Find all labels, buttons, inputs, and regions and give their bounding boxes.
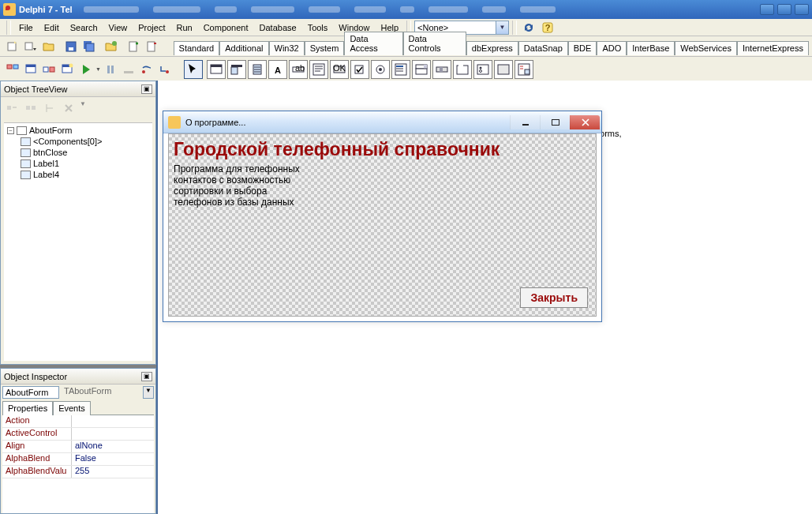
prop-val[interactable]: False (72, 453, 154, 465)
add-file-icon[interactable] (125, 38, 142, 55)
memo-icon[interactable] (309, 60, 328, 79)
tree-child-node[interactable]: btnClose (4, 147, 152, 158)
menu-database[interactable]: Database (255, 21, 301, 34)
trace-step-icon[interactable] (156, 61, 174, 78)
tab-properties[interactable]: Properties (2, 401, 53, 415)
collapse-icon[interactable]: − (7, 127, 14, 134)
menu-tools[interactable]: Tools (303, 21, 333, 34)
tree-root-label: AboutForm (29, 126, 72, 135)
menu-view[interactable]: View (104, 21, 133, 34)
menu-edit[interactable]: Edit (39, 21, 64, 34)
radiobutton-icon[interactable] (371, 60, 390, 79)
popupmenu-icon[interactable] (248, 60, 267, 79)
tree-tool-3-icon[interactable] (42, 100, 58, 116)
tab-standard[interactable]: Standard (174, 41, 220, 55)
help-icon[interactable]: ? (539, 19, 556, 36)
label-icon[interactable]: A (268, 60, 287, 79)
mainmenu-icon[interactable] (227, 60, 246, 79)
listbox-icon[interactable] (391, 60, 410, 79)
dialog-close-action-button[interactable]: Закрыть (520, 287, 588, 308)
dialog-minimize-button[interactable] (510, 115, 540, 129)
inspector-row[interactable]: Action (2, 415, 154, 428)
new-item-dropdown-icon[interactable] (22, 38, 39, 55)
tab-system[interactable]: System (305, 41, 345, 55)
step-over-icon[interactable] (120, 61, 137, 78)
tree-child-node[interactable]: Label4 (4, 169, 152, 180)
close-button[interactable] (795, 4, 809, 15)
tree-tool-2-icon[interactable] (23, 100, 39, 116)
tab-dataaccess[interactable]: Data Access (344, 32, 402, 55)
toggle-form-unit-icon[interactable] (40, 61, 58, 78)
menu-project[interactable]: Project (133, 21, 170, 34)
tree-tool-1-icon[interactable] (4, 100, 20, 116)
tab-additional[interactable]: Additional (219, 41, 268, 55)
save-icon[interactable] (62, 38, 80, 55)
tab-bde[interactable]: BDE (568, 41, 597, 55)
inspector-row[interactable]: AlphaBlendValu255 (2, 466, 154, 478)
tree-delete-icon[interactable] (61, 100, 77, 116)
edit-icon[interactable]: ab| (289, 60, 308, 79)
remove-file-icon[interactable] (143, 38, 160, 55)
radiogroup-icon[interactable] (473, 60, 492, 79)
menu-file[interactable]: File (14, 21, 38, 34)
menu-search[interactable]: Search (65, 21, 103, 34)
dialog-close-button[interactable] (570, 115, 600, 129)
pin-icon[interactable]: ▣ (141, 372, 152, 381)
prop-val[interactable] (72, 415, 154, 427)
inspector-row[interactable]: ActiveControl (2, 428, 154, 441)
view-form-icon[interactable] (22, 61, 39, 78)
svg-rect-42 (424, 65, 427, 69)
maximize-button[interactable] (777, 4, 791, 15)
open-icon[interactable] (40, 38, 58, 55)
inspector-object-combo[interactable]: AboutForm TAboutForm ▼ (2, 386, 154, 399)
chevron-down-icon[interactable]: ▼ (143, 386, 154, 399)
actionlist-icon[interactable] (515, 60, 533, 79)
tab-events[interactable]: Events (53, 401, 91, 415)
prop-val[interactable]: 255 (72, 466, 154, 478)
tab-datasnap[interactable]: DataSnap (518, 41, 568, 55)
chevron-down-icon[interactable]: ▼ (496, 21, 508, 34)
inspector-row[interactable]: AlphaBlendFalse (2, 453, 154, 466)
minimize-button[interactable] (760, 4, 774, 15)
tree-child-node[interactable]: Label1 (4, 158, 152, 169)
trace-into-icon[interactable] (138, 61, 155, 78)
dialog-titlebar[interactable]: О программе... (163, 111, 601, 133)
tab-interbase[interactable]: InterBase (627, 41, 675, 55)
panel-icon[interactable] (494, 60, 513, 79)
scrollbar-icon[interactable] (432, 60, 451, 79)
groupbox-icon[interactable] (453, 60, 472, 79)
tab-webservices[interactable]: WebServices (675, 41, 737, 55)
dialog-maximize-button[interactable] (540, 115, 570, 129)
checkbox-icon[interactable] (350, 60, 369, 79)
svg-rect-56 (32, 106, 36, 110)
menu-run[interactable]: Run (171, 21, 196, 34)
inspector-row[interactable]: AlignalNone (2, 441, 154, 453)
prop-val[interactable] (72, 428, 154, 440)
tab-dbexpress[interactable]: dbExpress (466, 41, 518, 55)
combobox-icon[interactable] (412, 60, 431, 79)
svg-rect-53 (525, 69, 529, 74)
tree-root-node[interactable]: − AboutForm (4, 125, 152, 136)
prop-val[interactable]: alNone (72, 441, 154, 452)
save-all-icon[interactable] (80, 38, 98, 55)
frames-icon[interactable] (207, 60, 226, 79)
tab-win32[interactable]: Win32 (269, 41, 305, 55)
sync-icon[interactable] (520, 19, 537, 36)
run-icon[interactable] (77, 61, 95, 78)
arrow-tool-icon[interactable] (184, 60, 203, 79)
svg-rect-26 (211, 65, 222, 67)
button-icon[interactable]: OK (330, 60, 349, 79)
new-item-icon[interactable] (4, 38, 21, 55)
open-project-icon[interactable] (103, 38, 120, 55)
tab-ado[interactable]: ADO (597, 41, 627, 55)
pin-icon[interactable]: ▣ (141, 84, 152, 94)
object-tree[interactable]: − AboutForm <Components[0]> btnClose Lab… (4, 122, 152, 361)
inspector-grid[interactable]: Action ActiveControl AlignalNone AlphaBl… (2, 415, 154, 513)
tab-internetexpress[interactable]: InternetExpress (737, 41, 809, 55)
view-unit-icon[interactable] (4, 61, 21, 78)
tab-datacontrols[interactable]: Data Controls (403, 32, 466, 55)
new-form-icon[interactable] (58, 61, 76, 78)
menu-component[interactable]: Component (199, 21, 253, 34)
tree-child-node[interactable]: <Components[0]> (4, 136, 152, 147)
pause-icon[interactable] (102, 61, 119, 78)
